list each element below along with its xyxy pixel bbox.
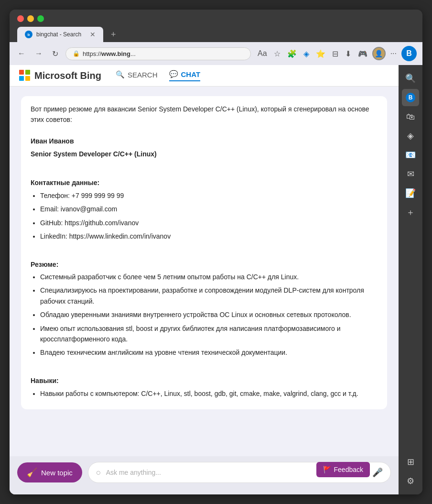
bing-sidebar-button[interactable]: B [401, 46, 417, 61]
section-skills: Навыки: [31, 375, 378, 386]
svg-text:B: B [409, 94, 413, 101]
search-circle-icon: ○ [96, 468, 101, 478]
list-item: LinkedIn: https://www.linkedin.com/in/iv… [40, 231, 378, 241]
new-topic-label: New topic [41, 469, 73, 477]
logo-green [25, 70, 30, 75]
forward-button[interactable]: → [32, 48, 45, 59]
nav-search[interactable]: 🔍 SEARCH [116, 70, 158, 81]
more-button[interactable]: ··· [389, 47, 399, 60]
back-button[interactable]: ← [15, 48, 28, 59]
list-item: Владею техническим английским на уровне … [40, 347, 378, 358]
url-text: https://www.bing... [83, 50, 136, 57]
resume-list: Системный разработчик с более чем 5 летн… [40, 272, 378, 358]
sidebar-mail-icon[interactable]: ✉ [402, 165, 419, 183]
logo-red [19, 70, 24, 75]
sidebar-copilot-icon[interactable]: ◈ [402, 127, 419, 144]
logo-blue [19, 76, 24, 81]
new-topic-button[interactable]: 🧹 New topic [17, 462, 82, 482]
skills-list: Навыки работы с компьютером: C/C++, Linu… [40, 388, 378, 399]
sidebar-office-icon[interactable]: 📝 [402, 185, 419, 202]
sidebar-search-icon[interactable]: 🔍 [402, 70, 419, 87]
sidebar-outlook-icon[interactable]: 📧 [402, 146, 419, 164]
section-contacts: Контактные данные: [31, 177, 378, 188]
list-item: Обладаю уверенными знаниями внутреннего … [40, 309, 378, 320]
nav-chat[interactable]: 💬 CHAT [169, 70, 201, 81]
feedback-label: Feedback [334, 466, 363, 473]
download-button[interactable]: ⬇ [343, 47, 353, 60]
list-item: Специализируюсь на проектировании, разра… [40, 285, 378, 307]
nav-chat-label: CHAT [181, 70, 201, 78]
reload-button[interactable]: ↻ [50, 48, 61, 59]
tab-close-icon[interactable]: ✕ [90, 31, 96, 38]
sidebar-expand-icon[interactable]: ⊞ [402, 453, 419, 471]
nav-search-label: SEARCH [128, 71, 158, 79]
toolbar-icons: Aa ☆ 🧩 ◈ ⭐ ⊟ ⬇ 🎮 👤 ··· B [256, 46, 417, 61]
chat-message: Вот пример резюме для вакансии Senior Sy… [21, 96, 387, 409]
browser-tab[interactable]: b bingchat - Search ✕ [17, 27, 103, 42]
microsoft-logo [19, 70, 31, 81]
mic-icon: 🎤 [372, 468, 383, 477]
sidebar-settings-icon[interactable]: ⚙ [402, 472, 419, 490]
feedback-button[interactable]: 🚩 Feedback [316, 462, 370, 477]
bing-logo: Microsoft Bing [19, 70, 101, 81]
search-nav-icon: 🔍 [116, 70, 125, 79]
collections-button[interactable]: ⭐ [314, 47, 327, 60]
copilot-button[interactable]: ◈ [302, 47, 311, 60]
reader-view-button[interactable]: Aa [256, 47, 269, 60]
footer-bar: 🚩 Feedback [10, 489, 399, 494]
split-button[interactable]: ⊟ [330, 47, 340, 60]
close-button[interactable] [17, 15, 24, 22]
chat-intro: Вот пример резюме для вакансии Senior Sy… [31, 104, 378, 125]
resume-name: Иван Иванов [31, 136, 378, 146]
user-avatar[interactable]: 👤 [372, 47, 386, 60]
list-item: Email: ivanov@gmail.com [40, 204, 378, 214]
lock-icon: 🔒 [73, 50, 80, 57]
feedback-flag-icon: 🚩 [323, 466, 331, 473]
bing-icon: B [406, 49, 412, 58]
sidebar-shopping-icon[interactable]: 🛍 [402, 108, 419, 125]
extensions-button[interactable]: 🧩 [285, 47, 299, 60]
resume-title: Senior System Developer C/C++ (Linux) [31, 149, 378, 159]
svg-text:b: b [28, 33, 30, 37]
mic-button[interactable]: 🎤 [372, 467, 383, 478]
address-bar[interactable]: 🔒 https://www.bing... [65, 47, 251, 60]
list-item: Имею опыт использования stl, boost и дру… [40, 323, 378, 345]
sidebar-bing-icon[interactable]: B [402, 89, 419, 106]
new-tab-button[interactable]: + [107, 28, 120, 42]
section-resume: Резюме: [31, 259, 378, 270]
games-button[interactable]: 🎮 [356, 47, 369, 60]
list-item: Системный разработчик с более чем 5 летн… [40, 272, 378, 282]
bing-nav: 🔍 SEARCH 💬 CHAT [116, 70, 200, 81]
favorites-button[interactable]: ☆ [272, 47, 282, 60]
tab-title: bingchat - Search [36, 31, 86, 38]
bing-logo-text: Microsoft Bing [34, 70, 101, 81]
maximize-button[interactable] [37, 15, 44, 22]
bing-header: Microsoft Bing 🔍 SEARCH 💬 CHAT [10, 65, 399, 87]
address-bar-row: ← → ↻ 🔒 https://www.bing... Aa ☆ 🧩 ◈ ⭐ ⊟… [10, 42, 422, 65]
broom-icon: 🧹 [27, 467, 37, 478]
chat-content: Вот пример резюме для вакансии Senior Sy… [10, 87, 399, 456]
list-item: Телефон: +7 999 999 99 99 [40, 190, 378, 201]
contacts-list: Телефон: +7 999 999 99 99 Email: ivanov@… [40, 190, 378, 242]
sidebar-add-icon[interactable]: ＋ [402, 204, 419, 221]
list-item: GitHub: https://github.com/ivanov [40, 218, 378, 228]
tab-favicon: b [25, 31, 32, 38]
chat-nav-icon: 💬 [169, 70, 178, 78]
list-item: Навыки работы с компьютером: C/C++, Linu… [40, 388, 378, 399]
logo-yellow [25, 76, 30, 81]
right-sidebar: 🔍 B 🛍 ◈ 📧 ✉ 📝 ＋ ⊞ ⚙ [399, 65, 422, 494]
minimize-button[interactable] [27, 15, 34, 22]
